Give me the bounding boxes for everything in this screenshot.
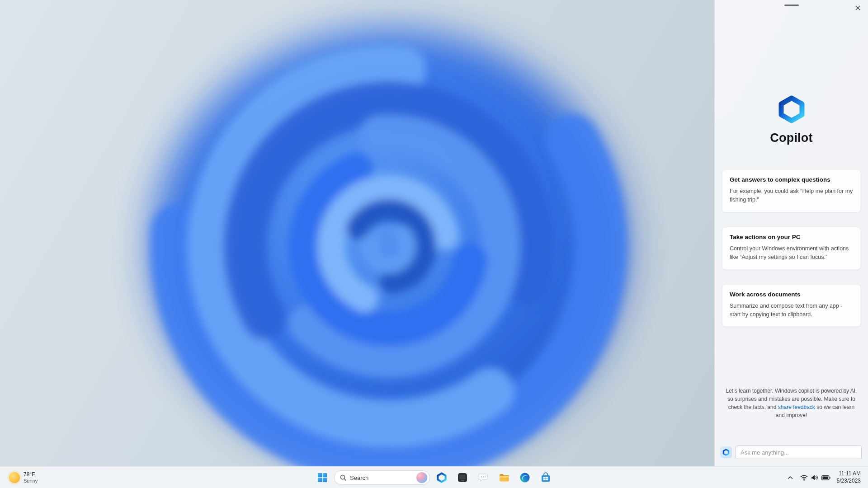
battery-icon <box>821 475 830 480</box>
close-icon[interactable] <box>852 2 863 14</box>
system-tray: 11:11 AM 5/23/2023 <box>785 467 868 488</box>
copilot-mini-icon <box>720 446 732 458</box>
search-label: Search <box>350 474 413 481</box>
desktop: Copilot Get answers to complex questions… <box>0 0 868 466</box>
taskbar-file-explorer-button[interactable] <box>495 469 513 487</box>
taskbar-chat-button[interactable] <box>474 469 492 487</box>
copilot-input-row <box>720 446 862 459</box>
search-box[interactable]: Search <box>334 470 430 485</box>
start-button[interactable] <box>313 469 331 487</box>
taskbar-dark-app-button[interactable] <box>453 469 472 487</box>
search-icon <box>340 474 346 481</box>
clock-time: 11:11 AM <box>839 470 861 478</box>
chevron-up-icon <box>788 476 793 479</box>
card-title: Work across documents <box>730 291 853 298</box>
screen: Copilot Get answers to complex questions… <box>0 0 868 488</box>
copilot-icon <box>436 472 447 483</box>
copilot-titlebar <box>715 0 868 13</box>
card-take-actions: Take actions on your PC Control your Win… <box>722 227 861 270</box>
ask-input-wrap <box>736 446 862 459</box>
card-complex-questions: Get answers to complex questions For exa… <box>722 169 861 212</box>
file-explorer-icon <box>499 472 510 483</box>
wifi-icon <box>800 474 808 481</box>
weather-condition: Sunny <box>24 478 38 484</box>
copilot-logo-icon <box>777 95 806 124</box>
weather-widget[interactable]: 78°F Sunny <box>5 467 42 488</box>
weather-text: 78°F Sunny <box>24 471 38 484</box>
card-work-across-documents: Work across documents Summarize and comp… <box>722 284 861 327</box>
copilot-panel-title: Copilot <box>715 131 868 145</box>
microsoft-store-icon <box>540 472 551 483</box>
edge-icon <box>519 472 530 483</box>
tray-network-volume-battery[interactable] <box>797 469 833 486</box>
taskbar-clock[interactable]: 11:11 AM 5/23/2023 <box>835 470 863 484</box>
clock-date: 5/23/2023 <box>837 478 861 485</box>
card-body: Summarize and compose text from any app … <box>730 302 853 319</box>
share-feedback-link[interactable]: share feedback <box>778 404 815 410</box>
taskbar-store-button[interactable] <box>537 469 555 487</box>
sun-icon <box>9 472 20 483</box>
search-highlight-thumbnail <box>416 472 427 483</box>
card-title: Get answers to complex questions <box>730 176 853 183</box>
volume-icon <box>811 474 818 481</box>
card-body: For example, you could ask “Help me plan… <box>730 187 853 205</box>
windows-logo-icon <box>317 473 327 483</box>
ai-disclaimer: Let’s learn together. Windows copilot is… <box>715 387 868 419</box>
taskbar-edge-button[interactable] <box>516 469 534 487</box>
ask-me-anything-input[interactable] <box>741 449 857 456</box>
minimize-icon[interactable] <box>784 5 799 6</box>
copilot-panel: Copilot Get answers to complex questions… <box>714 0 868 466</box>
taskbar: 78°F Sunny Search <box>0 466 868 488</box>
chat-icon <box>478 472 489 483</box>
card-body: Control your Windows environment with ac… <box>730 244 853 262</box>
copilot-cards: Get answers to complex questions For exa… <box>715 169 868 327</box>
tray-chevron-button[interactable] <box>785 469 796 486</box>
taskbar-copilot-button[interactable] <box>433 469 451 487</box>
taskbar-center: Search <box>313 467 555 488</box>
card-title: Take actions on your PC <box>730 234 853 240</box>
weather-temp: 78°F <box>24 471 38 478</box>
dark-app-icon <box>457 472 468 483</box>
